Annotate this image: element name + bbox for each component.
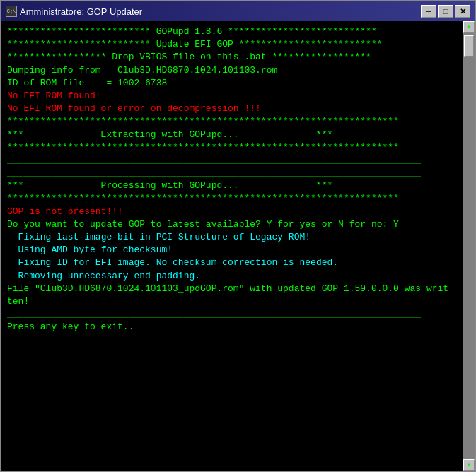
console-line: ________________________________________… [7, 154, 456, 167]
console-icon: C:\ [6, 6, 17, 17]
console-line: *** Extracting with GOPupd... *** [7, 129, 456, 141]
console-line: ************************** Update EFI GO… [7, 38, 456, 51]
scroll-up-button[interactable]: ▲ [463, 21, 475, 33]
console-area: ************************** GOPupd 1.8.6 … [1, 21, 475, 471]
window: C:\ Amministratore: GOP Updater ─ □ ✕ **… [0, 0, 476, 472]
console-line: ****************************************… [7, 192, 456, 205]
console-line: ________________________________________… [7, 167, 456, 179]
console-line: ________________________________________… [7, 308, 456, 321]
titlebar: C:\ Amministratore: GOP Updater ─ □ ✕ [1, 1, 475, 21]
console-line: ID of ROM file = 1002-6738 [7, 77, 456, 90]
console-content: ************************** GOPupd 1.8.6 … [7, 25, 469, 334]
console-line: No EFI ROM found or error on decompressi… [7, 102, 456, 115]
console-line: Fixing last-image-bit in PCI Structure o… [7, 231, 456, 244]
console-line: No EFI ROM found! [7, 90, 456, 102]
console-line: GOP is not present!!! [7, 206, 456, 218]
console-line: Fixing ID for EFI image. No checksum cor… [7, 256, 456, 269]
scrollbar[interactable]: ▲ ▼ [463, 21, 475, 471]
titlebar-left: C:\ Amministratore: GOP Updater [6, 6, 142, 17]
console-line: Removing unnecessary end padding. [7, 270, 456, 283]
console-line: ****************************************… [7, 141, 456, 154]
minimize-button[interactable]: ─ [421, 5, 436, 18]
scroll-track [463, 33, 475, 459]
console-line: Do you want to update GOP to latest avai… [7, 218, 456, 231]
console-line: ************************** GOPupd 1.8.6 … [7, 25, 456, 38]
titlebar-buttons: ─ □ ✕ [421, 5, 470, 18]
close-button[interactable]: ✕ [455, 5, 470, 18]
console-line: Using AMD byte for checksum! [7, 244, 456, 256]
console-line: File "Club3D.HD6870.1024.101103_updGOP.r… [7, 283, 456, 295]
console-line: ****************************************… [7, 115, 456, 128]
console-line: ****************** Drop VBIOS file on th… [7, 51, 456, 64]
scroll-down-button[interactable]: ▼ [463, 459, 475, 471]
console-line: ten! [7, 295, 456, 308]
window-title: Amministratore: GOP Updater [20, 6, 142, 17]
console-line: *** Processing with GOPupd... *** [7, 179, 456, 192]
console-line: Dumping info from = Club3D.HD6870.1024.1… [7, 64, 456, 77]
console-line: Press any key to exit.. [7, 321, 456, 334]
maximize-button[interactable]: □ [438, 5, 453, 18]
scroll-thumb[interactable] [464, 35, 474, 57]
